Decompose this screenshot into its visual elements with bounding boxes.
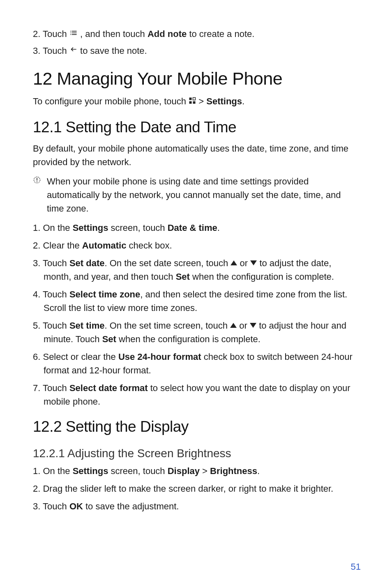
page-number: 51 [351, 562, 361, 572]
down-triangle-icon [250, 323, 256, 328]
text: to save the adjustment. [83, 501, 179, 511]
up-triangle-icon [231, 260, 237, 265]
list-item: 1. On the Settings screen, touch Date & … [33, 221, 359, 235]
list-item: 2. Drag the slider left to make the scre… [33, 482, 359, 495]
section-heading: 12.1 Setting the Date and Time [33, 119, 359, 136]
list-item: 4. Touch Select time zone, and then sele… [33, 288, 359, 315]
bold-text: Select time zone [69, 289, 140, 299]
text: when the configuration is complete. [116, 334, 261, 344]
date-time-steps: 1. On the Settings screen, touch Date & … [33, 221, 359, 408]
note-text: When your mobile phone is using date and… [44, 175, 359, 215]
bold-text: Select date format [69, 383, 148, 393]
text: To configure your mobile phone, touch [33, 96, 189, 106]
svg-rect-1 [193, 98, 196, 100]
text: 4. Touch [33, 289, 69, 299]
caution-icon [33, 176, 44, 186]
list-item: 6. Select or clear the Use 24-hour forma… [33, 350, 359, 377]
text: screen, touch [108, 223, 167, 233]
intro-step-3: 3. Touch to save the note. [33, 44, 359, 58]
paragraph: By default, your mobile phone automatica… [33, 142, 359, 169]
text: check box. [126, 240, 172, 251]
up-triangle-icon [230, 323, 237, 328]
list-item: 2. Clear the Automatic check box. [33, 239, 359, 252]
text: , and then touch [80, 29, 148, 39]
intro-step-2: 2. Touch , and then touch Add note to cr… [33, 27, 359, 41]
text: to create a note. [189, 29, 254, 39]
svg-rect-0 [189, 98, 192, 100]
config-line: To configure your mobile phone, touch > … [33, 94, 359, 109]
text: . [257, 466, 260, 476]
bold-text: Set time [69, 320, 105, 331]
text: . On the set time screen, touch [104, 320, 230, 331]
text: . On the set date screen, touch [104, 258, 231, 268]
text: 5. Touch [33, 320, 69, 331]
text: . [242, 96, 244, 106]
bold-text: Set [102, 334, 116, 344]
document-page: 2. Touch , and then touch Add note to cr… [0, 0, 392, 587]
text: > [198, 96, 206, 106]
text: 6. Select or clear the [33, 352, 118, 362]
text: > [200, 466, 210, 476]
list-item: 1. On the Settings screen, touch Display… [33, 464, 359, 478]
display-steps: 1. On the Settings screen, touch Display… [33, 464, 359, 513]
text: 1. On the [33, 223, 73, 233]
text: 1. On the [33, 466, 73, 476]
bold-text: Display [168, 466, 200, 476]
menu-icon [69, 27, 78, 41]
svg-rect-6 [37, 181, 37, 182]
bold-text: Settings [73, 223, 108, 233]
section-heading: 12.2 Setting the Display [33, 418, 359, 435]
bold-text: Settings [73, 466, 108, 476]
svg-rect-2 [189, 101, 192, 104]
subsection-heading: 12.2.1 Adjusting the Screen Brightness [33, 447, 359, 460]
text: screen, touch [108, 466, 167, 476]
bold-text: Automatic [82, 240, 127, 251]
list-item: 5. Touch Set time. On the set time scree… [33, 319, 359, 346]
bold-text: Add note [148, 29, 187, 39]
chapter-heading: 12 Managing Your Mobile Phone [33, 69, 359, 89]
text: 3. Touch [33, 46, 69, 56]
list-item: 3. Touch OK to save the adjustment. [33, 500, 359, 513]
bold-text: Set [176, 272, 190, 282]
bold-text: Set date [69, 258, 105, 268]
back-icon [69, 44, 78, 57]
text: or [239, 320, 250, 331]
text: 3. Touch [33, 501, 69, 511]
bold-text: Date & time [168, 223, 217, 233]
text: to save the note. [80, 46, 147, 56]
bold-text: Settings [206, 96, 242, 106]
svg-rect-3 [193, 101, 196, 104]
list-item: 3. Touch Set date. On the set date scree… [33, 256, 359, 283]
svg-rect-5 [37, 178, 37, 181]
text: 2. Clear the [33, 240, 82, 251]
text: . [217, 223, 220, 233]
bold-text: Brightness [210, 466, 257, 476]
text: when the configuration is complete. [190, 272, 334, 282]
text: 3. Touch [33, 258, 69, 268]
apps-grid-icon [189, 94, 196, 108]
bold-text: Use 24-hour format [118, 352, 201, 362]
text: 2. Touch [33, 29, 69, 39]
list-item: 7. Touch Select date format to select ho… [33, 381, 359, 408]
down-triangle-icon [250, 260, 257, 265]
text: or [240, 258, 251, 268]
bold-text: OK [69, 501, 83, 511]
text: 7. Touch [33, 383, 69, 393]
note-block: When your mobile phone is using date and… [33, 175, 359, 215]
